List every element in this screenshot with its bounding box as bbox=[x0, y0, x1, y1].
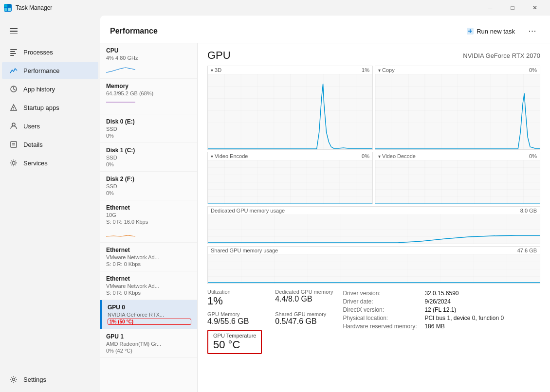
svg-rect-2 bbox=[4, 8, 7, 11]
sidebar-item-services[interactable]: Services bbox=[2, 154, 98, 172]
sidebar-item-users[interactable]: Users bbox=[2, 117, 98, 135]
shared-memory-title: Shared GPU memory usage bbox=[211, 248, 278, 253]
sidebar-label-services: Services bbox=[23, 160, 48, 167]
device-item-memory[interactable]: Memory 64.3/95.2 GB (68%) bbox=[100, 79, 197, 114]
memory-name: Memory bbox=[106, 83, 191, 89]
driver-version-key: Driver version: bbox=[343, 290, 421, 297]
shared-memory-max: 47.6 GB bbox=[517, 248, 537, 253]
sidebar-item-app-history[interactable]: App history bbox=[2, 80, 98, 98]
directx-key: DirectX version: bbox=[343, 306, 421, 313]
svg-rect-1 bbox=[8, 4, 11, 7]
gpu1-sub: AMD Radeon(TM) Gr... bbox=[106, 341, 191, 347]
gpu1-name: GPU 1 bbox=[106, 333, 191, 340]
shared-mem-value: 0.5/47.6 GB bbox=[275, 317, 333, 326]
gpu0-name: GPU 0 bbox=[108, 304, 191, 311]
page-title: Performance bbox=[110, 27, 158, 36]
titlebar: Task Manager ─ □ ✕ bbox=[0, 0, 550, 16]
device-item-disk0[interactable]: Disk 0 (E:) SSD 0% bbox=[100, 114, 197, 143]
svg-point-16 bbox=[12, 161, 15, 164]
more-options-button[interactable]: ··· bbox=[525, 23, 540, 39]
physical-key: Physical location: bbox=[343, 315, 421, 321]
titlebar-left: Task Manager bbox=[4, 4, 52, 12]
titlebar-controls: ─ □ ✕ bbox=[479, 0, 546, 16]
stats-grid: Utilization 1% Dedicated GPU memory 4.4/… bbox=[207, 289, 333, 354]
driver-version-val: 32.0.15.6590 bbox=[424, 290, 458, 297]
stat-dedicated-memory: Dedicated GPU memory 4.4/8.0 GB bbox=[275, 289, 333, 307]
sidebar-item-settings[interactable]: Settings bbox=[2, 371, 98, 388]
device-item-cpu[interactable]: CPU 4% 4.80 GHz bbox=[100, 43, 197, 79]
sidebar-label-app-history: App history bbox=[23, 86, 55, 93]
disk1-name: Disk 1 (C:) bbox=[106, 147, 191, 154]
app-history-icon bbox=[10, 85, 18, 93]
gpu0-badge: 1% (50 °C) bbox=[108, 319, 191, 325]
run-new-task-button[interactable]: Run new task bbox=[461, 25, 521, 38]
specs-column: Driver version: 32.0.15.6590 Driver date… bbox=[343, 290, 504, 354]
sidebar-item-performance[interactable]: Performance bbox=[2, 62, 98, 79]
gpu-title: GPU bbox=[207, 49, 231, 62]
ethernet-vm1-sub: VMware Network Ad... bbox=[106, 254, 191, 260]
hamburger-button[interactable] bbox=[4, 21, 23, 41]
content-header: Performance Run new task ··· bbox=[100, 16, 550, 43]
device-item-gpu1[interactable]: GPU 1 AMD Radeon(TM) Gr... 0% (42 °C) bbox=[100, 329, 197, 358]
disk1-value: 0% bbox=[106, 161, 191, 167]
spec-driver-version: Driver version: 32.0.15.6590 bbox=[343, 290, 504, 297]
chart-encode-area bbox=[208, 160, 372, 204]
minimize-button[interactable]: ─ bbox=[479, 0, 501, 16]
sidebar-item-startup-apps[interactable]: Startup apps bbox=[2, 99, 98, 116]
ethernet-vm2-sub: VMware Network Ad... bbox=[106, 283, 191, 289]
device-item-gpu0[interactable]: GPU 0 NVIDIA GeForce RTX... 1% (50 °C) bbox=[100, 300, 197, 329]
ethernet-10g-name: Ethernet bbox=[106, 204, 191, 211]
nav-spacer bbox=[0, 172, 100, 370]
maximize-button[interactable]: □ bbox=[501, 0, 524, 16]
device-item-disk2[interactable]: Disk 2 (F:) SSD 0% bbox=[100, 172, 197, 200]
gpu-detail-panel: GPU NVIDIA GeForce RTX 2070 ▾ 3D 1% bbox=[198, 43, 550, 392]
sidebar-label-settings: Settings bbox=[23, 376, 46, 383]
more-icon: ··· bbox=[529, 27, 536, 36]
svg-rect-7 bbox=[10, 55, 14, 56]
ethernet-vm1-value: S: 0 R: 0 Kbps bbox=[106, 261, 191, 267]
chart-copy: ▾ Copy 0% bbox=[375, 66, 540, 150]
svg-rect-0 bbox=[4, 4, 7, 7]
chart-decode-pct: 0% bbox=[529, 153, 537, 159]
disk1-sub: SSD bbox=[106, 155, 191, 160]
sidebar-item-details[interactable]: Details bbox=[2, 136, 98, 153]
disk2-sub: SSD bbox=[106, 183, 191, 189]
gpu-memory-label: GPU Memory bbox=[207, 311, 265, 317]
sidebar-label-performance: Performance bbox=[23, 67, 59, 74]
chart-3d-label: ▾ 3D 1% bbox=[208, 66, 372, 74]
chart-3d: ▾ 3D 1% bbox=[207, 66, 373, 150]
device-item-ethernet-vm1[interactable]: Ethernet VMware Network Ad... S: 0 R: 0 … bbox=[100, 243, 197, 271]
chart-encode-label: ▾ Video Encode 0% bbox=[208, 152, 372, 160]
svg-rect-25 bbox=[208, 214, 540, 244]
svg-rect-24 bbox=[375, 160, 540, 204]
memory-sub: 64.3/95.2 GB (68%) bbox=[106, 90, 191, 96]
svg-rect-21 bbox=[208, 74, 372, 149]
startup-icon bbox=[10, 104, 18, 111]
driver-date-key: Driver date: bbox=[343, 298, 421, 305]
dedicated-memory-label: Dedicated GPU memory usage 8.0 GB bbox=[208, 207, 540, 214]
svg-point-11 bbox=[13, 109, 14, 109]
gpu-model: NVIDIA GeForce RTX 2070 bbox=[463, 52, 540, 59]
svg-rect-23 bbox=[208, 160, 372, 204]
cpu-name: CPU bbox=[106, 47, 118, 54]
memory-sparkline bbox=[106, 98, 135, 110]
chart-3d-title: ▾ 3D bbox=[211, 67, 221, 73]
svg-point-12 bbox=[12, 123, 15, 126]
gpu-memory-value: 4.9/55.6 GB bbox=[207, 317, 265, 326]
chart-shared-memory: Shared GPU memory usage 47.6 GB bbox=[207, 246, 540, 284]
chart-3d-pct: 1% bbox=[362, 67, 369, 73]
svg-rect-22 bbox=[375, 74, 540, 149]
disk2-value: 0% bbox=[106, 190, 191, 196]
chart-3d-area bbox=[208, 74, 372, 149]
disk0-name: Disk 0 (E:) bbox=[106, 118, 191, 125]
close-button[interactable]: ✕ bbox=[524, 0, 546, 16]
disk0-value: 0% bbox=[106, 133, 191, 139]
shared-memory-label: Shared GPU memory usage 47.6 GB bbox=[208, 247, 540, 254]
sidebar-item-processes[interactable]: Processes bbox=[2, 43, 98, 61]
device-item-disk1[interactable]: Disk 1 (C:) SSD 0% bbox=[100, 143, 197, 172]
chart-encode-pct: 0% bbox=[362, 153, 369, 159]
device-item-ethernet-10g[interactable]: Ethernet 10G S: 0 R: 16.0 Kbps bbox=[100, 200, 197, 243]
svg-rect-26 bbox=[208, 254, 540, 284]
device-item-ethernet-vm2[interactable]: Ethernet VMware Network Ad... S: 0 R: 0 … bbox=[100, 271, 197, 300]
svg-rect-5 bbox=[10, 51, 15, 52]
